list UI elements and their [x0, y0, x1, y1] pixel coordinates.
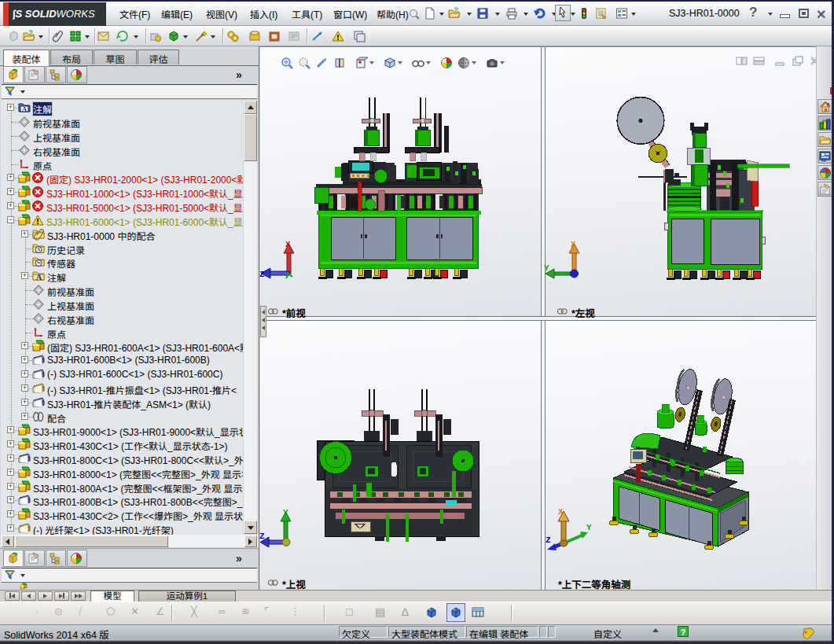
- svg-text:Y: Y: [544, 263, 549, 273]
- svg-text:Z: Z: [259, 532, 265, 541]
- svg-text:Z: Z: [546, 535, 551, 545]
- svg-text:Z: Z: [259, 270, 265, 279]
- svg-text:Y: Y: [586, 523, 592, 532]
